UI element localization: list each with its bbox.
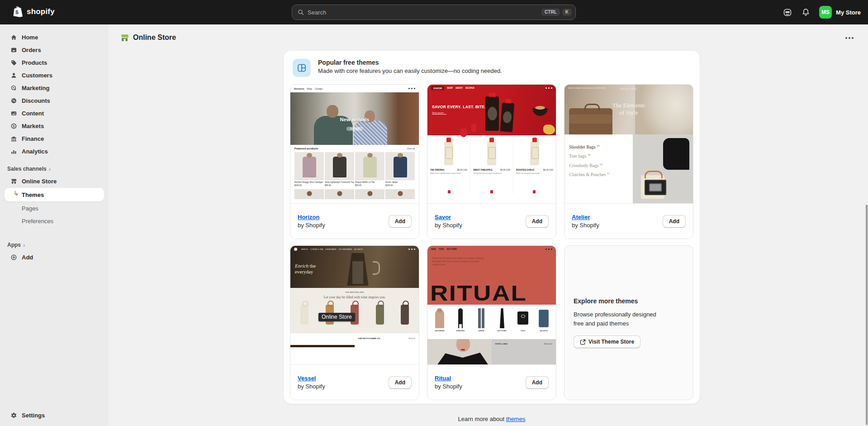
theme-author: by Shopify xyxy=(435,383,462,390)
mini-product-price: $162.50 xyxy=(409,337,415,364)
online-store-icon xyxy=(120,33,129,43)
add-theme-button[interactable]: Add xyxy=(526,215,549,228)
theme-name-link[interactable]: Vessel xyxy=(298,375,325,382)
products-icon xyxy=(10,59,17,66)
sidebar-item-label: Themes xyxy=(22,191,44,198)
sidebar-item-label: Marketing xyxy=(22,85,49,91)
theme-preview-horizon[interactable]: HorizonShopContact New arrivals Shop now… xyxy=(290,85,419,203)
shopify-logo[interactable]: S shopify xyxy=(13,6,55,18)
mini-view-all: View all xyxy=(407,147,415,150)
main-content: Online Store Popular free themes Made wi… xyxy=(109,24,868,426)
sales-channels-label: Sales channels xyxy=(7,166,47,172)
storefront-icon xyxy=(10,177,17,185)
mini-nav-item: COFFEE & TEA xyxy=(310,248,323,250)
add-theme-button[interactable]: Add xyxy=(389,215,412,228)
sidebar: Home Orders Products Customers Marketing… xyxy=(0,24,109,426)
mini-eyebrow: OUR BESTSELLERS xyxy=(290,288,419,293)
mini-nav-item: Shop xyxy=(307,87,312,90)
sidebar-item-home[interactable]: Home xyxy=(0,31,109,43)
sidebar-item-add-app[interactable]: Add xyxy=(0,251,109,263)
overflow-menu-icon[interactable] xyxy=(844,35,855,41)
sidebar-item-finance[interactable]: Finance xyxy=(0,132,109,145)
theme-name-link[interactable]: Ritual xyxy=(435,375,462,382)
svg-text:$: $ xyxy=(13,124,14,128)
account-menu[interactable]: MS My Store xyxy=(819,6,861,19)
topbar: S shopify CTRL K xyxy=(0,0,868,24)
hero-button: Shop now xyxy=(346,127,363,131)
mini-product-name: Michael Shaggy Wool Cardigan xyxy=(294,181,323,183)
marketing-icon xyxy=(10,84,17,91)
theme-author: by Shopify xyxy=(435,222,462,229)
sidebar-item-markets[interactable]: $ Markets xyxy=(0,120,109,132)
sidebar-item-settings[interactable]: Settings xyxy=(0,409,109,421)
popular-themes-card: Popular free themes Made with core featu… xyxy=(284,51,700,404)
visit-theme-store-label: Visit Theme Store xyxy=(588,339,634,345)
sidebar-item-label: Content xyxy=(22,110,44,117)
mini-nav-item: NEW IN xyxy=(301,248,308,250)
customers-icon xyxy=(10,72,17,79)
sidebar-item-label: Orders xyxy=(22,47,41,53)
footer-text: Learn more about xyxy=(458,416,506,422)
category-label: TOPS xyxy=(513,330,532,332)
hero-title: the xyxy=(308,263,316,268)
add-theme-button[interactable]: Add xyxy=(389,376,412,389)
sidebar-item-pages[interactable]: Pages xyxy=(0,202,109,215)
category-label: Clutches & Pouches xyxy=(569,172,606,177)
theme-name-link[interactable]: Savor xyxy=(435,214,462,220)
page-scrollbar[interactable] xyxy=(866,205,868,425)
sidebar-item-marketing[interactable]: Marketing xyxy=(0,81,109,94)
theme-name-link[interactable]: Horizon xyxy=(298,214,325,220)
search-icon xyxy=(298,9,304,15)
external-link-icon xyxy=(580,339,586,345)
sidebar-item-content[interactable]: Content xyxy=(0,107,109,120)
sidebar-item-label: Preferences xyxy=(22,218,53,225)
explore-more-themes-card: Explore more themes Browse professionall… xyxy=(564,245,693,400)
store-name: My Store xyxy=(836,9,861,16)
search-input[interactable] xyxy=(308,9,539,16)
mini-product-price: $8,500.00 xyxy=(544,343,552,364)
sidebar-item-orders[interactable]: Orders xyxy=(0,43,109,56)
add-theme-button[interactable]: Add xyxy=(526,376,549,389)
mini-nav-item: TOPS xyxy=(439,248,444,250)
svg-text:S: S xyxy=(15,10,19,15)
theme-preview-atelier[interactable]: NEW IN BAGS SHOES ACCESSORIES ATELIER Th… xyxy=(564,85,693,203)
page-title: Online Store xyxy=(133,34,176,42)
content-icon xyxy=(10,110,17,117)
sidebar-item-themes[interactable]: ↳ Themes xyxy=(5,188,104,201)
chevron-right-icon: › xyxy=(49,166,51,172)
theme-preview-ritual[interactable]: NEWTOPSBOTTOMS Fashion for the wild at h… xyxy=(427,246,556,364)
svg-text:%: % xyxy=(12,99,15,102)
sidebar-item-discounts[interactable]: % Discounts xyxy=(0,94,109,107)
sidebar-item-products[interactable]: Products xyxy=(0,56,109,69)
hero-title: of Style xyxy=(620,109,638,116)
theme-name-link[interactable]: Atelier xyxy=(572,214,599,220)
hero-image: NEW INCOFFEE & TEADRINKWAREKITCHENWAREAC… xyxy=(290,246,419,288)
theme-preview-savor[interactable]: SAVORSHOPABOUTRECIPES SAVOR EVERY. LAST.… xyxy=(427,85,556,203)
themes-help-link[interactable]: themes xyxy=(506,416,526,422)
mini-product-price: $9.49 CAD xyxy=(543,169,553,171)
global-search[interactable]: CTRL K xyxy=(292,5,576,20)
orders-icon xyxy=(10,46,17,53)
mini-product-desc: The perfect hit of tropical brightness xyxy=(473,172,510,174)
category-count: 13 xyxy=(607,172,610,175)
notifications-button[interactable] xyxy=(801,8,810,17)
theme-preview-vessel[interactable]: NEW INCOFFEE & TEADRINKWAREKITCHENWAREAC… xyxy=(290,246,419,364)
mini-product-price: $200.00 xyxy=(294,184,302,187)
sidebar-item-label: Finance xyxy=(22,135,44,142)
add-theme-button[interactable]: Add xyxy=(663,215,686,228)
sidebar-item-preferences[interactable]: Preferences xyxy=(0,215,109,227)
mini-nav-item: KITCHENWARE xyxy=(339,248,352,250)
sidebar-item-customers[interactable]: Customers xyxy=(0,69,109,81)
logo-wordmark: shopify xyxy=(27,7,55,16)
explore-text: free and paid themes xyxy=(574,320,629,327)
category-count: 39 xyxy=(588,153,590,156)
sidebar-item-online-store[interactable]: Online Store xyxy=(0,175,109,187)
apps-header[interactable]: Apps › xyxy=(0,239,109,251)
visit-theme-store-button[interactable]: Visit Theme Store xyxy=(574,335,640,348)
sidekick-button[interactable] xyxy=(783,8,792,17)
sales-channels-header[interactable]: Sales channels › xyxy=(0,163,109,175)
category-count: 13 xyxy=(597,144,599,147)
sidebar-item-analytics[interactable]: Analytics xyxy=(0,145,109,158)
card-header: Popular free themes Made with core featu… xyxy=(284,51,700,82)
hero-image: NEW IN BAGS SHOES ACCESSORIES ATELIER Th… xyxy=(564,85,693,134)
